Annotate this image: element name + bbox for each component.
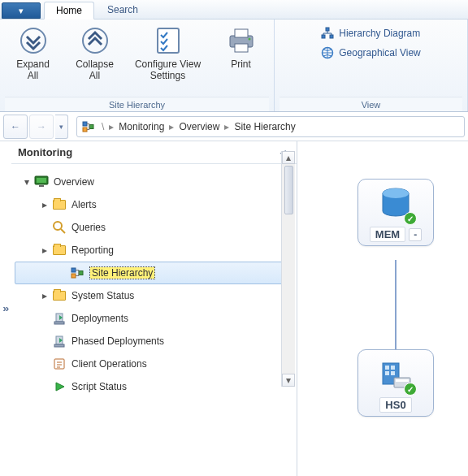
svg-rect-34 xyxy=(396,379,409,382)
expander-none xyxy=(39,358,50,370)
ribbon-group-site-hierarchy: Expand All Collapse All Configure View S… xyxy=(0,19,275,111)
svg-point-27 xyxy=(383,188,409,198)
expander-closed-icon[interactable]: ▸ xyxy=(39,199,50,210)
collapse-all-button[interactable]: Collapse All xyxy=(66,23,124,88)
breadcrumb-sep: \ xyxy=(102,121,104,132)
breadcrumb-item[interactable]: Monitoring xyxy=(119,121,164,132)
print-label: Print xyxy=(231,58,251,70)
status-ok-icon: ✓ xyxy=(404,383,417,396)
printer-icon xyxy=(225,24,258,57)
print-button[interactable]: Print xyxy=(212,23,271,88)
tree-item-label: Phased Deployments xyxy=(72,335,164,347)
svg-rect-29 xyxy=(385,366,389,370)
tree-item[interactable]: Deployments xyxy=(15,307,295,330)
nav-back-button[interactable]: ← xyxy=(3,115,28,139)
breadcrumb-root-icon xyxy=(82,120,97,133)
breadcrumb-label: Site Hierarchy xyxy=(234,121,295,132)
navigation-panel: Monitoring ◂ ▾Overview▸AlertsQueries▸Rep… xyxy=(11,141,297,476)
tree-item-label: System Status xyxy=(72,290,134,301)
site-hierarchy-icon xyxy=(71,266,85,280)
svg-rect-30 xyxy=(391,366,395,370)
tree-item[interactable]: Phased Deployments xyxy=(15,330,295,353)
tab-home[interactable]: Home xyxy=(44,2,94,19)
svg-rect-15 xyxy=(37,178,46,183)
svg-rect-16 xyxy=(39,185,44,187)
settings-checklist-icon xyxy=(152,24,184,57)
expand-all-button[interactable]: Expand All xyxy=(4,23,63,88)
dropdown-icon: ▾ xyxy=(19,6,24,16)
svg-rect-12 xyxy=(83,128,87,132)
svg-rect-20 xyxy=(79,271,83,275)
arrow-right-icon: → xyxy=(37,121,46,132)
breadcrumb-item[interactable]: Site Hierarchy xyxy=(234,121,295,132)
collapse-all-icon xyxy=(79,24,111,57)
tree-item-label: Deployments xyxy=(72,313,128,324)
database-icon: ✓ xyxy=(376,184,415,223)
tree-item-label: Overview xyxy=(54,176,94,188)
tree-item[interactable]: ▾Overview xyxy=(15,171,295,193)
hierarchy-diagram-button[interactable]: Hierarchy Diagram xyxy=(316,24,426,42)
status-ok-icon: ✓ xyxy=(404,212,417,225)
tree-item[interactable]: Script Status xyxy=(15,375,295,398)
svg-rect-5 xyxy=(235,44,248,52)
expander-none xyxy=(39,335,50,347)
expander-closed-icon[interactable]: ▸ xyxy=(39,244,50,256)
svg-point-17 xyxy=(54,222,62,230)
expander-closed-icon[interactable]: ▸ xyxy=(39,290,50,301)
svg-point-6 xyxy=(248,38,250,41)
scroll-down-button[interactable]: ▾ xyxy=(282,374,295,387)
nav-forward-button[interactable]: → xyxy=(29,115,54,139)
node-collapse-button[interactable]: - xyxy=(409,228,422,241)
expander-open-icon[interactable]: ▾ xyxy=(21,176,32,188)
folder-icon xyxy=(52,288,67,303)
svg-rect-2 xyxy=(158,28,179,53)
tab-search-label: Search xyxy=(107,4,138,15)
configure-view-settings-button[interactable]: Configure View Settings xyxy=(128,23,209,88)
expander-none xyxy=(39,313,50,324)
tree-item[interactable]: ▸System Status xyxy=(15,284,295,307)
left-margin-expander[interactable]: » xyxy=(0,141,11,476)
svg-rect-13 xyxy=(89,124,93,128)
chevron-down-icon: ▾ xyxy=(59,123,63,131)
queries-icon xyxy=(52,220,67,235)
breadcrumb-label: Monitoring xyxy=(119,121,164,132)
caret-up-icon: ▴ xyxy=(286,152,291,163)
tree-item-label: Alerts xyxy=(72,199,97,210)
navigation-panel-header: Monitoring ◂ xyxy=(11,141,297,164)
expand-all-label: Expand All xyxy=(16,58,50,81)
tree-item[interactable]: Site Hierarchy xyxy=(15,262,295,284)
diagram-edge xyxy=(395,260,396,356)
svg-rect-4 xyxy=(235,29,248,37)
ribbon-group-site-hierarchy-label: Site Hierarchy xyxy=(5,97,269,111)
collapse-all-label: Collapse All xyxy=(76,58,114,81)
tree-item[interactable]: ▸Alerts xyxy=(15,193,295,216)
geographical-view-button[interactable]: Geographical View xyxy=(316,44,426,62)
tab-search[interactable]: Search xyxy=(96,1,150,19)
scroll-thumb[interactable] xyxy=(284,166,293,214)
tree-item[interactable]: ▸Reporting xyxy=(15,239,295,262)
main-area: » Monitoring ◂ ▾Overview▸AlertsQueries▸R… xyxy=(0,141,468,476)
breadcrumb-item[interactable]: Overview xyxy=(179,121,219,132)
chevron-right-icon: ▸ xyxy=(169,121,174,132)
breadcrumb[interactable]: \ ▸ Monitoring ▸ Overview ▸ Site Hierarc… xyxy=(76,116,465,137)
arrow-left-icon: ← xyxy=(11,121,20,132)
navigation-panel-title: Monitoring xyxy=(18,146,72,158)
folder-icon xyxy=(52,197,67,212)
tree-item[interactable]: Queries xyxy=(15,216,295,239)
tree-scrollbar[interactable]: ▴ ▾ xyxy=(281,151,295,387)
chevron-right-icon: ▸ xyxy=(224,121,229,132)
tree-item-label: Script Status xyxy=(72,381,127,392)
globe-icon xyxy=(321,46,334,59)
tab-home-label: Home xyxy=(56,5,82,16)
navigation-tree[interactable]: ▾Overview▸AlertsQueries▸ReportingSite Hi… xyxy=(11,164,297,476)
tree-item[interactable]: Client Operations xyxy=(15,353,295,375)
file-menu-button[interactable]: ▾ xyxy=(2,2,41,19)
site-server-icon: ✓ xyxy=(376,355,415,394)
hierarchy-node[interactable]: ✓HS0 xyxy=(358,349,434,417)
hierarchy-node[interactable]: ✓MEM- xyxy=(358,179,434,246)
diagram-canvas[interactable]: ✓MEM-✓HS0 xyxy=(297,141,468,476)
nav-history-button[interactable]: ▾ xyxy=(55,115,68,139)
expand-all-icon xyxy=(17,24,50,57)
scroll-up-button[interactable]: ▴ xyxy=(282,151,295,164)
ribbon-group-view: Hierarchy Diagram Geographical View View xyxy=(275,19,468,111)
